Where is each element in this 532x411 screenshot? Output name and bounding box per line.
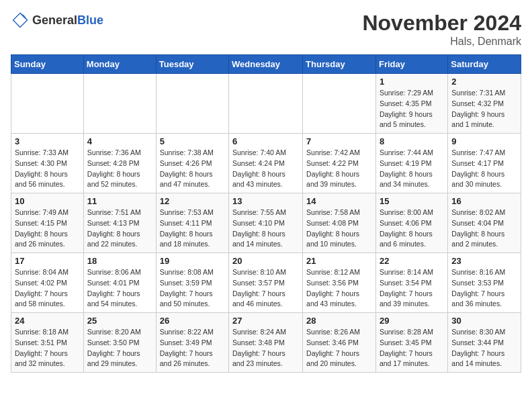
calendar-header-row: Sunday Monday Tuesday Wednesday Thursday… <box>11 55 521 74</box>
day-number: 27 <box>232 316 299 326</box>
month-title: November 2024 <box>362 11 521 36</box>
day-number: 28 <box>306 316 372 326</box>
table-row: 24Sunrise: 8:18 AMSunset: 3:51 PMDayligh… <box>11 313 84 373</box>
table-row: 7Sunrise: 7:42 AMSunset: 4:22 PMDaylight… <box>303 134 376 193</box>
day-info: Sunrise: 7:44 AMSunset: 4:19 PMDaylight:… <box>380 148 444 190</box>
day-number: 3 <box>15 136 80 146</box>
table-row: 17Sunrise: 8:04 AMSunset: 4:02 PMDayligh… <box>11 253 84 313</box>
day-number: 16 <box>451 196 517 206</box>
day-number: 6 <box>232 136 299 146</box>
col-tuesday: Tuesday <box>156 55 228 74</box>
day-info: Sunrise: 7:55 AMSunset: 4:10 PMDaylight:… <box>232 208 299 250</box>
location-title: Hals, Denmark <box>362 36 521 48</box>
day-info: Sunrise: 7:51 AMSunset: 4:13 PMDaylight:… <box>87 208 152 250</box>
day-number: 17 <box>15 256 80 266</box>
calendar-week-5: 24Sunrise: 8:18 AMSunset: 3:51 PMDayligh… <box>11 313 521 373</box>
day-info: Sunrise: 7:38 AMSunset: 4:26 PMDaylight:… <box>160 148 225 190</box>
logo-general: General <box>32 14 77 26</box>
day-number: 22 <box>380 256 444 266</box>
day-info: Sunrise: 8:06 AMSunset: 4:01 PMDaylight:… <box>87 267 152 310</box>
day-number: 15 <box>380 196 444 206</box>
col-wednesday: Wednesday <box>229 55 303 74</box>
table-row: 8Sunrise: 7:44 AMSunset: 4:19 PMDaylight… <box>375 134 447 193</box>
day-number: 11 <box>87 196 152 206</box>
day-info: Sunrise: 7:33 AMSunset: 4:30 PMDaylight:… <box>15 148 80 190</box>
day-info: Sunrise: 8:12 AMSunset: 3:56 PMDaylight:… <box>306 267 372 310</box>
day-info: Sunrise: 7:42 AMSunset: 4:22 PMDaylight:… <box>306 148 372 190</box>
col-friday: Friday <box>375 55 447 74</box>
day-info: Sunrise: 8:04 AMSunset: 4:02 PMDaylight:… <box>15 267 80 310</box>
day-info: Sunrise: 7:36 AMSunset: 4:28 PMDaylight:… <box>87 148 152 190</box>
day-info: Sunrise: 8:20 AMSunset: 3:50 PMDaylight:… <box>87 327 152 369</box>
col-sunday: Sunday <box>11 55 84 74</box>
logo-icon <box>11 11 30 30</box>
table-row: 2Sunrise: 7:31 AMSunset: 4:32 PMDaylight… <box>448 74 521 134</box>
table-row <box>229 74 303 134</box>
day-info: Sunrise: 8:08 AMSunset: 3:59 PMDaylight:… <box>160 267 225 310</box>
day-number: 29 <box>380 316 444 326</box>
table-row: 14Sunrise: 7:58 AMSunset: 4:08 PMDayligh… <box>303 193 376 253</box>
table-row: 19Sunrise: 8:08 AMSunset: 3:59 PMDayligh… <box>156 253 228 313</box>
day-info: Sunrise: 7:53 AMSunset: 4:11 PMDaylight:… <box>160 208 225 250</box>
col-saturday: Saturday <box>448 55 521 74</box>
day-info: Sunrise: 8:22 AMSunset: 3:49 PMDaylight:… <box>160 327 225 369</box>
day-number: 7 <box>306 136 372 146</box>
day-number: 30 <box>451 316 517 326</box>
day-number: 2 <box>451 77 517 87</box>
day-number: 10 <box>15 196 80 206</box>
table-row: 23Sunrise: 8:16 AMSunset: 3:53 PMDayligh… <box>448 253 521 313</box>
day-number: 18 <box>87 256 152 266</box>
table-row <box>303 74 376 134</box>
day-number: 21 <box>306 256 372 266</box>
day-number: 23 <box>451 256 517 266</box>
col-monday: Monday <box>83 55 156 74</box>
table-row: 25Sunrise: 8:20 AMSunset: 3:50 PMDayligh… <box>83 313 156 373</box>
day-number: 1 <box>380 77 444 87</box>
table-row: 15Sunrise: 8:00 AMSunset: 4:06 PMDayligh… <box>375 193 447 253</box>
table-row: 11Sunrise: 7:51 AMSunset: 4:13 PMDayligh… <box>83 193 156 253</box>
table-row: 30Sunrise: 8:30 AMSunset: 3:44 PMDayligh… <box>448 313 521 373</box>
day-number: 12 <box>160 196 225 206</box>
day-info: Sunrise: 7:58 AMSunset: 4:08 PMDaylight:… <box>306 208 372 250</box>
day-info: Sunrise: 8:28 AMSunset: 3:45 PMDaylight:… <box>380 327 444 369</box>
day-number: 5 <box>160 136 225 146</box>
day-info: Sunrise: 7:31 AMSunset: 4:32 PMDaylight:… <box>451 88 517 130</box>
calendar-week-2: 3Sunrise: 7:33 AMSunset: 4:30 PMDaylight… <box>11 134 521 193</box>
day-info: Sunrise: 8:26 AMSunset: 3:46 PMDaylight:… <box>306 327 372 369</box>
day-info: Sunrise: 8:10 AMSunset: 3:57 PMDaylight:… <box>232 267 299 310</box>
col-thursday: Thursday <box>303 55 376 74</box>
day-number: 9 <box>451 136 517 146</box>
day-number: 25 <box>87 316 152 326</box>
table-row: 9Sunrise: 7:47 AMSunset: 4:17 PMDaylight… <box>448 134 521 193</box>
day-number: 24 <box>15 316 80 326</box>
day-info: Sunrise: 7:47 AMSunset: 4:17 PMDaylight:… <box>451 148 517 190</box>
day-info: Sunrise: 8:02 AMSunset: 4:04 PMDaylight:… <box>451 208 517 250</box>
day-number: 4 <box>87 136 152 146</box>
table-row <box>83 74 156 134</box>
day-info: Sunrise: 7:29 AMSunset: 4:35 PMDaylight:… <box>380 88 444 130</box>
logo: General Blue <box>11 11 103 30</box>
day-number: 26 <box>160 316 225 326</box>
table-row: 6Sunrise: 7:40 AMSunset: 4:24 PMDaylight… <box>229 134 303 193</box>
day-info: Sunrise: 8:00 AMSunset: 4:06 PMDaylight:… <box>380 208 444 250</box>
table-row: 20Sunrise: 8:10 AMSunset: 3:57 PMDayligh… <box>229 253 303 313</box>
calendar-week-1: 1Sunrise: 7:29 AMSunset: 4:35 PMDaylight… <box>11 74 521 134</box>
table-row: 29Sunrise: 8:28 AMSunset: 3:45 PMDayligh… <box>375 313 447 373</box>
day-number: 19 <box>160 256 225 266</box>
day-number: 20 <box>232 256 299 266</box>
day-info: Sunrise: 8:24 AMSunset: 3:48 PMDaylight:… <box>232 327 299 369</box>
table-row <box>156 74 228 134</box>
table-row: 3Sunrise: 7:33 AMSunset: 4:30 PMDaylight… <box>11 134 84 193</box>
table-row <box>11 74 84 134</box>
table-row: 4Sunrise: 7:36 AMSunset: 4:28 PMDaylight… <box>83 134 156 193</box>
table-row: 10Sunrise: 7:49 AMSunset: 4:15 PMDayligh… <box>11 193 84 253</box>
table-row: 12Sunrise: 7:53 AMSunset: 4:11 PMDayligh… <box>156 193 228 253</box>
day-info: Sunrise: 8:14 AMSunset: 3:54 PMDaylight:… <box>380 267 444 310</box>
table-row: 1Sunrise: 7:29 AMSunset: 4:35 PMDaylight… <box>375 74 447 134</box>
day-number: 13 <box>232 196 299 206</box>
table-row: 27Sunrise: 8:24 AMSunset: 3:48 PMDayligh… <box>229 313 303 373</box>
table-row: 28Sunrise: 8:26 AMSunset: 3:46 PMDayligh… <box>303 313 376 373</box>
table-row: 5Sunrise: 7:38 AMSunset: 4:26 PMDaylight… <box>156 134 228 193</box>
title-area: November 2024 Hals, Denmark <box>362 11 521 48</box>
day-info: Sunrise: 8:30 AMSunset: 3:44 PMDaylight:… <box>451 327 517 369</box>
